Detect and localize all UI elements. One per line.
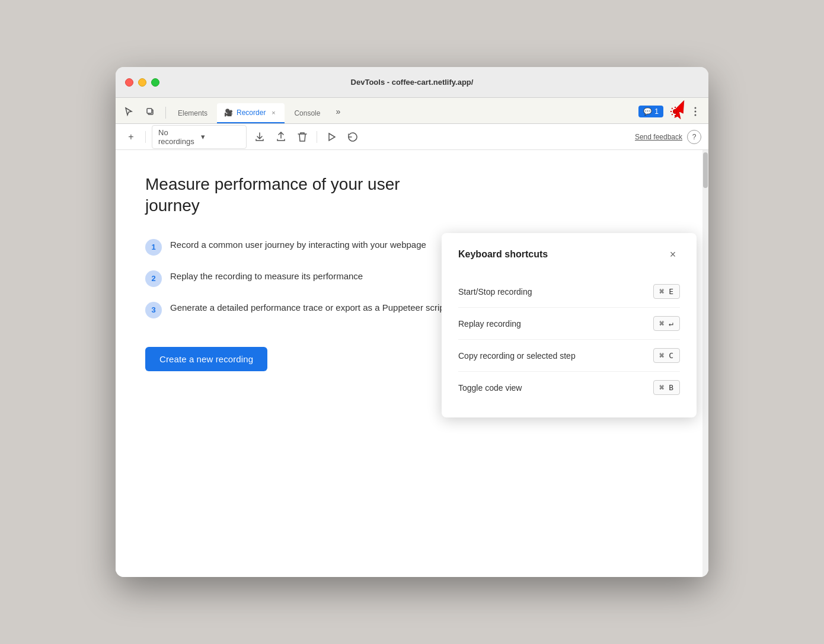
- minimize-button[interactable]: [138, 78, 146, 87]
- play-button[interactable]: [323, 129, 340, 145]
- tab-recorder[interactable]: 🎥 Recorder ×: [217, 103, 285, 123]
- shortcut-label-4: Toggle code view: [458, 383, 522, 393]
- tab-console[interactable]: Console: [287, 103, 327, 123]
- svg-point-3: [695, 107, 697, 109]
- maximize-button[interactable]: [151, 78, 159, 87]
- shortcut-label-2: Replay recording: [458, 319, 521, 329]
- popup-title: Keyboard shortcuts: [458, 249, 548, 260]
- shortcut-key-1: ⌘ E: [653, 284, 680, 299]
- delete-button[interactable]: [294, 129, 311, 145]
- recordings-dropdown[interactable]: No recordings ▾: [152, 125, 247, 149]
- shortcut-key-2: ⌘ ↵: [653, 316, 680, 331]
- add-recording-button[interactable]: +: [123, 129, 139, 145]
- step-number-3: 3: [145, 302, 162, 318]
- tab-recorder-label: Recorder: [237, 109, 266, 117]
- tab-console-label: Console: [294, 109, 320, 117]
- svg-marker-6: [329, 133, 335, 141]
- chevron-down-icon: ▾: [201, 132, 240, 141]
- shortcut-row-3: Copy recording or selected step ⌘ C: [458, 340, 680, 372]
- page-heading: Measure performance of your userjourney: [145, 174, 679, 217]
- recorder-icon: 🎥: [224, 109, 233, 117]
- create-recording-button[interactable]: Create a new recording: [145, 347, 267, 371]
- scrollbar-track[interactable]: [702, 150, 708, 577]
- settings-icon-btn[interactable]: [667, 103, 684, 120]
- title-bar: DevTools - coffee-cart.netlify.app/: [116, 67, 708, 98]
- tabs-right: 💬 1: [638, 103, 704, 120]
- kebab-menu-icon[interactable]: [687, 103, 704, 120]
- svg-point-5: [695, 114, 697, 116]
- cursor-icon[interactable]: [120, 103, 137, 120]
- shortcuts-popup: Keyboard shortcuts × Start/Stop recordin…: [442, 233, 697, 417]
- copy-icon[interactable]: [142, 103, 158, 120]
- step-text-2: Replay the recording to measure its perf…: [170, 270, 363, 283]
- tab-elements-label: Elements: [178, 109, 207, 117]
- shortcut-label-3: Copy recording or selected step: [458, 351, 576, 361]
- chat-badge-button[interactable]: 💬 1: [638, 106, 663, 117]
- shortcut-key-4: ⌘ B: [653, 380, 680, 395]
- shortcut-key-3: ⌘ C: [653, 348, 680, 363]
- shortcut-label-1: Start/Stop recording: [458, 287, 532, 297]
- shortcut-row-2: Replay recording ⌘ ↵: [458, 308, 680, 340]
- more-tabs-icon[interactable]: »: [330, 103, 346, 120]
- step-number-1: 1: [145, 239, 162, 256]
- plus-icon: +: [128, 132, 133, 142]
- close-button[interactable]: [125, 78, 133, 87]
- step-text-3: Generate a detailed performance trace or…: [170, 301, 488, 315]
- toolbar-divider-2: [317, 131, 317, 143]
- step-text-1: Record a common user journey by interact…: [170, 238, 426, 252]
- tab-elements[interactable]: Elements: [171, 103, 215, 123]
- popup-header: Keyboard shortcuts ×: [458, 247, 680, 262]
- popup-close-button[interactable]: ×: [666, 247, 680, 262]
- main-content: Measure performance of your userjourney …: [116, 150, 708, 577]
- badge-count: 1: [654, 107, 659, 116]
- step-number-2: 2: [145, 270, 162, 287]
- export-button[interactable]: [251, 129, 268, 145]
- toolbar-divider-1: [145, 131, 146, 143]
- tab-recorder-close[interactable]: ×: [269, 109, 277, 117]
- tab-divider: [165, 107, 166, 119]
- traffic-lights: [125, 78, 159, 87]
- scrollbar-thumb: [703, 152, 708, 188]
- tab-bar: Elements 🎥 Recorder × Console » 💬 1: [116, 98, 708, 124]
- svg-point-4: [695, 111, 697, 113]
- shortcut-row-1: Start/Stop recording ⌘ E: [458, 276, 680, 308]
- window-title: DevTools - coffee-cart.netlify.app/: [351, 78, 474, 87]
- recorder-toolbar: + No recordings ▾: [116, 124, 708, 150]
- devtools-window: DevTools - coffee-cart.netlify.app/ Elem…: [116, 67, 708, 577]
- help-button[interactable]: ?: [687, 130, 701, 144]
- chat-icon: 💬: [643, 107, 652, 116]
- tabs-left: Elements 🎥 Recorder × Console »: [120, 103, 638, 123]
- replay-button[interactable]: [344, 129, 361, 145]
- import-button[interactable]: [273, 129, 289, 145]
- no-recordings-label: No recordings: [158, 128, 197, 146]
- annotation-arrow: [667, 98, 688, 120]
- toolbar-right: Send feedback ?: [635, 130, 701, 144]
- send-feedback-link[interactable]: Send feedback: [635, 133, 682, 141]
- svg-rect-1: [147, 109, 152, 113]
- shortcut-row-4: Toggle code view ⌘ B: [458, 372, 680, 403]
